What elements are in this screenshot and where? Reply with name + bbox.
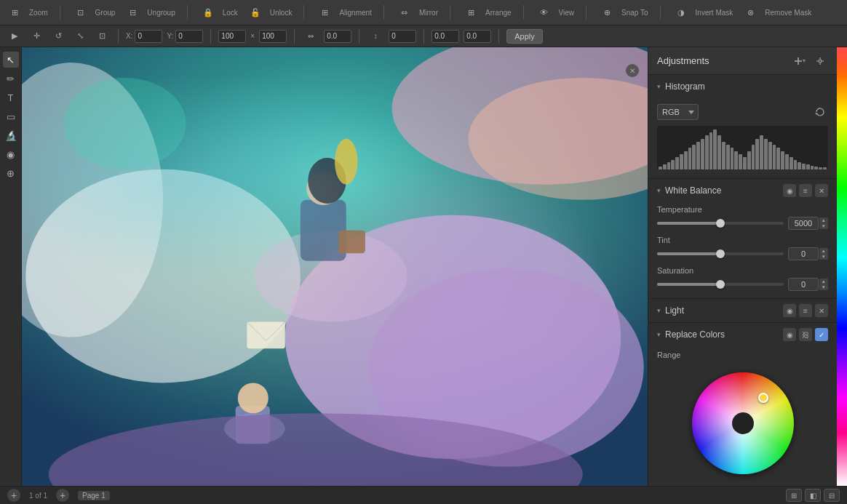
x-input[interactable] bbox=[135, 30, 162, 43]
canvas-area[interactable] bbox=[22, 47, 648, 486]
view-icon[interactable]: 👁 bbox=[536, 4, 553, 21]
pointer-tool[interactable]: ↖ bbox=[3, 52, 19, 68]
color-wheel[interactable] bbox=[692, 372, 794, 474]
move-tool-icon[interactable]: ✛ bbox=[28, 28, 45, 45]
scale-tool-icon[interactable]: ⤡ bbox=[71, 28, 89, 45]
histogram-bar bbox=[684, 151, 688, 169]
svg-point-3 bbox=[25, 169, 301, 383]
symbols-icon[interactable]: ⊟ bbox=[824, 489, 840, 502]
tint-value[interactable]: 0 bbox=[788, 247, 819, 260]
tint-down[interactable]: ▾ bbox=[819, 254, 828, 260]
skew-x-input[interactable] bbox=[389, 30, 416, 43]
separator-2 bbox=[187, 5, 188, 20]
panel-close-button[interactable]: ✕ bbox=[626, 64, 639, 77]
page-label[interactable]: Page 1 bbox=[78, 491, 110, 500]
rc-eye-button[interactable]: ◉ bbox=[783, 328, 796, 341]
zoom-icon[interactable]: ⊞ bbox=[6, 4, 23, 21]
assets-icon[interactable]: ◧ bbox=[805, 489, 821, 502]
height-input[interactable] bbox=[259, 30, 287, 43]
histogram-refresh-button[interactable] bbox=[812, 104, 828, 120]
rc-active-button[interactable]: ✓ bbox=[815, 328, 828, 341]
unlock-icon[interactable]: 🔓 bbox=[247, 4, 264, 21]
y-input[interactable] bbox=[175, 30, 203, 43]
light-header[interactable]: ▾ Light ◉ ≡ ✕ bbox=[648, 299, 837, 322]
wb-menu-button[interactable]: ≡ bbox=[799, 184, 812, 197]
add-page-right-button[interactable]: + bbox=[56, 489, 69, 502]
white-balance-header[interactable]: ▾ White Balance ◉ ≡ ✕ bbox=[648, 179, 837, 202]
tint-thumb[interactable] bbox=[716, 249, 725, 258]
temperature-up[interactable]: ▴ bbox=[819, 217, 828, 223]
temperature-thumb[interactable] bbox=[716, 219, 725, 228]
remove-mask-icon[interactable]: ⊗ bbox=[741, 4, 759, 21]
offset-y-input[interactable] bbox=[464, 30, 491, 43]
crop-tool-icon[interactable]: ⊡ bbox=[93, 28, 111, 45]
saturation-thumb[interactable] bbox=[716, 280, 725, 289]
apply-button[interactable]: Apply bbox=[506, 29, 543, 44]
wheel-handle[interactable] bbox=[758, 393, 768, 403]
width-input[interactable] bbox=[218, 30, 246, 43]
pen-tool[interactable]: ✏ bbox=[3, 71, 19, 87]
lock-icon[interactable]: 🔒 bbox=[199, 4, 217, 21]
saturation-track[interactable] bbox=[657, 283, 784, 286]
page-info-text: 1 of 1 bbox=[29, 492, 47, 500]
shape-tool[interactable]: ▭ bbox=[3, 108, 19, 124]
light-delete-button[interactable]: ✕ bbox=[815, 304, 828, 317]
svg-rect-11 bbox=[338, 231, 365, 253]
bottom-panel-icons: ⊞ ◧ ⊟ bbox=[786, 489, 840, 502]
svg-point-16 bbox=[224, 413, 285, 444]
tint-control: 0 ▴ ▾ bbox=[657, 247, 828, 260]
invert-mask-icon[interactable]: ◑ bbox=[672, 4, 690, 21]
rc-link-button[interactable]: ⛓ bbox=[799, 328, 812, 341]
temperature-row: Temperature 5000 ▴ ▾ bbox=[648, 202, 837, 233]
saturation-value[interactable]: 0 bbox=[788, 278, 819, 291]
saturation-row: Saturation 0 ▴ ▾ bbox=[648, 263, 837, 298]
arrange-group: ⊞ Arrange bbox=[462, 4, 512, 21]
temperature-track[interactable] bbox=[657, 222, 784, 225]
arrange-icon[interactable]: ⊞ bbox=[462, 4, 480, 21]
rotate-tool-icon[interactable]: ↺ bbox=[49, 28, 67, 45]
svg-point-5 bbox=[285, 215, 621, 460]
tint-value-group: 0 ▴ ▾ bbox=[788, 247, 828, 260]
angle-input[interactable] bbox=[324, 30, 351, 43]
snap-to-label: Snap To bbox=[621, 9, 648, 17]
svg-point-7 bbox=[255, 231, 407, 322]
tint-track[interactable] bbox=[657, 252, 784, 255]
temperature-value[interactable]: 5000 bbox=[788, 217, 819, 230]
add-page-button[interactable]: + bbox=[7, 489, 20, 502]
skew-icon[interactable]: ↕ bbox=[367, 28, 384, 45]
wb-eye-button[interactable]: ◉ bbox=[783, 184, 796, 197]
page-count: 1 of 1 bbox=[29, 492, 47, 500]
svg-point-19 bbox=[49, 413, 583, 486]
text-tool[interactable]: T bbox=[3, 89, 19, 105]
tint-up[interactable]: ▴ bbox=[819, 248, 828, 254]
saturation-down[interactable]: ▾ bbox=[819, 284, 828, 290]
offset-x-input[interactable] bbox=[432, 30, 459, 43]
eyedropper-tool[interactable]: 🔬 bbox=[3, 127, 19, 143]
mirror-icon[interactable]: ⇔ bbox=[396, 4, 413, 21]
ungroup-icon[interactable]: ⊟ bbox=[124, 4, 141, 21]
remove-mask-label: Remove Mask bbox=[765, 9, 811, 17]
histogram-bar bbox=[814, 167, 818, 169]
replace-colors-header[interactable]: ▾ Replace Colors ◉ ⛓ ✓ bbox=[648, 323, 837, 346]
light-eye-button[interactable]: ◉ bbox=[783, 304, 796, 317]
histogram-bar bbox=[688, 148, 692, 169]
range-label: Range bbox=[657, 351, 828, 359]
select-tool-icon[interactable]: ▶ bbox=[6, 28, 23, 45]
panel-add-button[interactable]: ▾ bbox=[792, 53, 808, 69]
wb-delete-button[interactable]: ✕ bbox=[815, 184, 828, 197]
y-field: Y: bbox=[167, 30, 203, 43]
layers-icon[interactable]: ⊞ bbox=[786, 489, 802, 502]
panel-settings-button[interactable] bbox=[812, 53, 828, 69]
histogram-header[interactable]: ▾ Histogram bbox=[648, 75, 837, 98]
snap-to-icon[interactable]: ⊕ bbox=[598, 4, 616, 21]
temperature-down[interactable]: ▾ bbox=[819, 223, 828, 229]
light-menu-button[interactable]: ≡ bbox=[799, 304, 812, 317]
group-icon[interactable]: ⊡ bbox=[72, 4, 90, 21]
saturation-up[interactable]: ▴ bbox=[819, 279, 828, 284]
histogram-graph bbox=[657, 126, 828, 169]
histogram-mode-select[interactable]: RGB Red Green Blue bbox=[657, 104, 699, 120]
zoom-canvas-tool[interactable]: ⊕ bbox=[3, 165, 19, 181]
alignment-icon[interactable]: ⊞ bbox=[316, 4, 333, 21]
fill-tool[interactable]: ◉ bbox=[3, 146, 19, 162]
lock-ratio-icon[interactable]: ⇔ bbox=[302, 28, 319, 45]
